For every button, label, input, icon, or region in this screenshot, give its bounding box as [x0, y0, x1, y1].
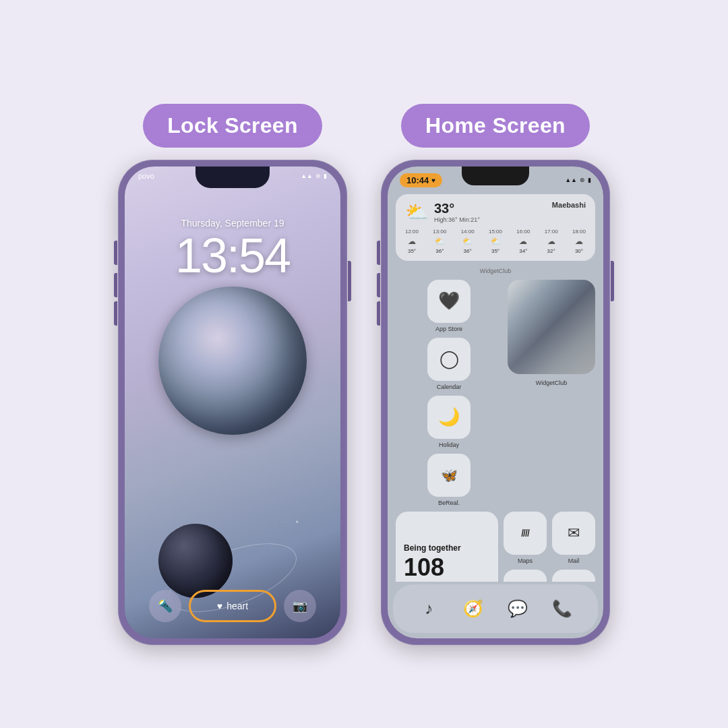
forecast-temp-1: 36°: [435, 248, 444, 254]
heart-icon: ♥: [217, 601, 222, 611]
middle-row: Being together 108 Days //// Maps: [396, 512, 595, 582]
forecast-time-0: 12:00: [405, 229, 419, 235]
together-days: 108: [404, 554, 490, 581]
flashlight-button[interactable]: 🔦: [149, 590, 181, 622]
lock-screen-phone: povo ▲▲ ⊛ ▮ Thursday, September 19 13:54: [118, 160, 347, 645]
together-title: Being together: [404, 543, 490, 554]
forecast-time-2: 14:00: [461, 229, 475, 235]
forecast-icon-3: ⛅: [491, 237, 501, 246]
weather-range: High:36° Min:21°: [434, 216, 480, 223]
weather-city: Maebashi: [552, 201, 586, 209]
app-foodie[interactable]: 🖤 Foodie: [504, 570, 547, 582]
forecast-item-2: 14:00 ⛅ 36°: [461, 229, 475, 254]
home-status-icons: ▲▲ ⊛ ▮: [565, 177, 591, 183]
forecast-icon-4: ☁: [519, 237, 527, 246]
app-icon-bereal[interactable]: 🦋 BeReal.: [396, 454, 502, 506]
home-content: ⛅ 33° High:36° Min:21° Maebashi: [388, 190, 603, 582]
forecast-temp-6: 30°: [575, 248, 583, 254]
lock-carrier: povo: [138, 172, 154, 180]
weather-temp: 33°: [434, 201, 480, 216]
home-screen-section: Home Screen 10:44 ♥ ▲▲ ⊛ ▮: [381, 104, 610, 645]
home-screen-phone: 10:44 ♥ ▲▲ ⊛ ▮: [381, 160, 610, 645]
lock-date: Thursday, September 19: [125, 218, 340, 229]
dock-safari[interactable]: 🧭: [456, 591, 491, 626]
home-status-bar: 10:44 ♥ ▲▲ ⊛ ▮: [388, 166, 603, 190]
page-container: Lock Screen povo ▲▲ ⊛ ▮: [118, 84, 610, 645]
forecast-item-1: 13:00 ⛅ 36°: [433, 229, 446, 254]
forecast-time-4: 16:00: [516, 229, 530, 235]
forecast-time-5: 17:00: [545, 229, 558, 235]
forecast-icon-5: ☁: [547, 237, 555, 246]
app-icon-calendar[interactable]: ◯ Calendar: [396, 338, 502, 390]
home-signal-icon: ▲▲: [565, 177, 577, 183]
phone-icon: 📞: [552, 599, 572, 618]
large-widget-col: WidgetClub: [508, 280, 595, 386]
forecast-temp-0: 35°: [408, 248, 416, 254]
app-mail[interactable]: ✉ Mail: [552, 512, 595, 564]
forecast-time-1: 13:00: [433, 229, 446, 235]
forecast-item-4: 16:00 ☁ 34°: [516, 229, 530, 254]
forecast-time-3: 15:00: [489, 229, 502, 235]
camera-button[interactable]: 📷: [284, 590, 316, 622]
lock-battery-icon: ▮: [324, 173, 327, 179]
camera-icon: 📷: [293, 599, 307, 613]
app-icon-holiday[interactable]: 🌙 Holiday: [396, 396, 502, 448]
home-time-badge: 10:44 ♥: [400, 173, 442, 187]
forecast-item-6: 18:00 ☁ 30°: [572, 229, 586, 254]
app-icon-appstore[interactable]: 🖤 App Store: [396, 280, 502, 332]
heart-button[interactable]: ♥ heart: [189, 590, 276, 622]
home-time: 10:44: [406, 175, 429, 185]
forecast-icon-2: ⛅: [462, 237, 473, 246]
planet-main: [158, 286, 307, 435]
lock-signal-icon: ▲▲: [301, 173, 313, 179]
home-screen-label: Home Screen: [401, 104, 590, 148]
app-label-appstore: App Store: [435, 326, 462, 332]
app-notes[interactable]: ◎ Notes: [552, 570, 595, 582]
app-label-bereal: BeReal.: [438, 499, 460, 506]
home-dock: ♪ 🧭 💬 📞: [393, 584, 598, 633]
lock-status-icons: ▲▲ ⊛ ▮: [301, 173, 327, 179]
dock-phone[interactable]: 📞: [545, 591, 580, 626]
forecast-icon-0: ☁: [408, 237, 416, 246]
safari-icon: 🧭: [463, 599, 483, 618]
flashlight-icon: 🔦: [158, 599, 173, 613]
forecast-item-5: 17:00 ☁ 32°: [545, 229, 558, 254]
lock-notch: [195, 166, 270, 188]
forecast-temp-5: 32°: [547, 248, 555, 254]
lock-controls: 🔦 ♥ heart 📷: [125, 579, 340, 638]
app-maps[interactable]: //// Maps: [504, 512, 547, 564]
forecast-icon-6: ☁: [575, 237, 583, 246]
weather-widget[interactable]: ⛅ 33° High:36° Min:21° Maebashi: [396, 194, 595, 261]
app-label-calendar: Calendar: [437, 384, 462, 390]
apps-large-row: 🖤 App Store ◯ Calendar 🌙 Holiday: [396, 280, 595, 506]
large-widget[interactable]: [508, 280, 595, 374]
together-sub: Days: [404, 580, 490, 581]
forecast-temp-2: 36°: [464, 248, 472, 254]
widget-club-label1: WidgetClub: [396, 268, 595, 274]
together-widget[interactable]: Being together 108 Days: [396, 512, 498, 582]
lock-screen: povo ▲▲ ⊛ ▮ Thursday, September 19 13:54: [125, 166, 340, 638]
app-label-holiday: Holiday: [439, 442, 459, 448]
lock-time: 13:54: [125, 231, 340, 280]
forecast-time-6: 18:00: [572, 229, 586, 235]
heart-label: heart: [226, 601, 248, 611]
lock-screen-label: Lock Screen: [143, 104, 322, 148]
music-icon: ♪: [425, 599, 433, 618]
dock-messages[interactable]: 💬: [500, 591, 535, 626]
forecast-item-0: 12:00 ☁ 35°: [405, 229, 419, 254]
messages-icon: 💬: [508, 599, 528, 618]
dock-music[interactable]: ♪: [411, 591, 446, 626]
large-widget-label: WidgetClub: [536, 380, 568, 386]
right-grid: //// Maps ✉ Mail: [504, 512, 595, 582]
forecast-temp-4: 34°: [519, 248, 527, 254]
app-label-maps: Maps: [518, 557, 533, 564]
lock-wifi-icon: ⊛: [315, 173, 321, 179]
home-wifi-icon: ⊛: [580, 177, 585, 183]
weather-forecast: 12:00 ☁ 35° 13:00 ⛅ 36°: [405, 229, 586, 254]
forecast-temp-3: 35°: [491, 248, 499, 254]
right-row-top: //// Maps ✉ Mail: [504, 512, 595, 564]
planet-dots: · · · · ★: [276, 519, 300, 524]
home-screen: 10:44 ♥ ▲▲ ⊛ ▮: [388, 166, 603, 638]
lock-screen-section: Lock Screen povo ▲▲ ⊛ ▮: [118, 104, 347, 645]
home-battery-icon: ▮: [588, 177, 591, 183]
